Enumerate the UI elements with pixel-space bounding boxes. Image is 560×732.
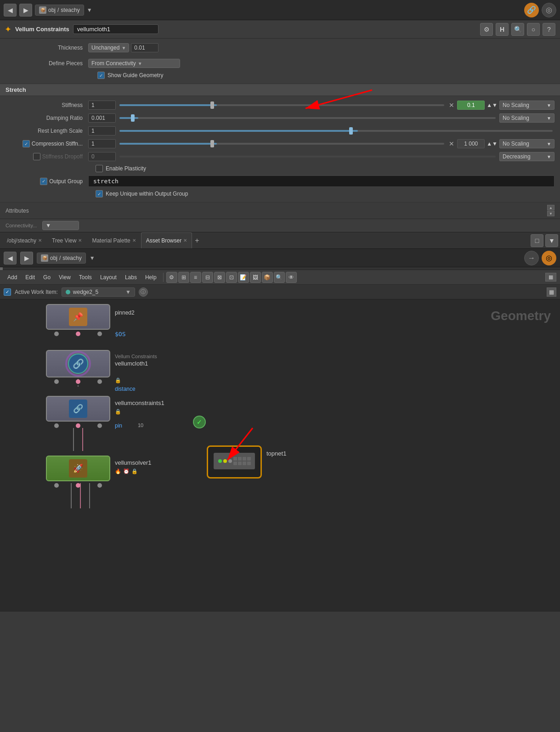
- stiffness-dropoff-checkbox[interactable]: [33, 153, 40, 160]
- circle-tool[interactable]: ○: [527, 23, 540, 36]
- compression-stiffness-scaling-dropdown[interactable]: No Scaling ▼: [499, 139, 554, 148]
- compression-stiffness-value-field[interactable]: 1 000: [457, 139, 485, 148]
- bottom-back-button[interactable]: ◀: [4, 252, 17, 265]
- vellumsolver1-icon-inner: 🚀: [73, 463, 83, 473]
- tab-add-button[interactable]: +: [192, 236, 202, 245]
- distance-label: distance: [115, 386, 136, 392]
- topnet1-node-box[interactable]: [207, 445, 262, 479]
- bottom-breadcrumb[interactable]: 📦 obj / steachy: [37, 253, 86, 264]
- active-work-item-checkbox[interactable]: ✓: [4, 288, 11, 296]
- question-tool[interactable]: ?: [543, 23, 555, 36]
- bottom-forward-button[interactable]: ▶: [20, 252, 33, 265]
- stiffness-scaling-dropdown[interactable]: No Scaling ▼: [499, 101, 554, 110]
- damping-ratio-num-field[interactable]: [88, 113, 116, 123]
- pinned2-node-container: 📌: [46, 304, 110, 336]
- menu-icon-4[interactable]: ⊟: [202, 272, 213, 283]
- node-name-field[interactable]: [73, 24, 158, 34]
- search-tool[interactable]: 🔍: [511, 23, 524, 36]
- stiffness-num-field[interactable]: [88, 101, 116, 110]
- tab-asset-browser-close[interactable]: ✕: [183, 238, 187, 243]
- enable-plasticity-checkbox[interactable]: [96, 165, 103, 172]
- partial-dropdown[interactable]: ▼: [42, 221, 79, 230]
- work-item-select[interactable]: wedge2_5 ▼: [62, 287, 135, 297]
- info-button[interactable]: ⓘ: [139, 287, 148, 297]
- gear-tool[interactable]: ⚙: [480, 23, 493, 36]
- compression-stiffness-x-button[interactable]: ✕: [448, 140, 455, 147]
- thickness-dropdown[interactable]: Unchanged ▼: [88, 43, 129, 52]
- menu-icon-eye[interactable]: 👁: [286, 272, 297, 283]
- stiffness-dropoff-num-field[interactable]: [88, 152, 116, 161]
- damping-ratio-scaling-dropdown[interactable]: No Scaling ▼: [499, 113, 554, 123]
- attr-scroll-up[interactable]: ▲: [547, 205, 554, 210]
- menu-icon-2[interactable]: ⊞: [178, 272, 189, 283]
- menu-icon-1[interactable]: ⚙: [166, 272, 177, 283]
- menu-icon-5[interactable]: ⊠: [214, 272, 225, 283]
- tab-obj-steachy-close[interactable]: ✕: [38, 238, 42, 243]
- bottom-nav-icon[interactable]: →: [524, 251, 539, 265]
- vellumsolver1-node-box[interactable]: 🚀: [46, 456, 110, 481]
- compression-stiffness-slider-track[interactable]: [119, 143, 444, 145]
- damping-ratio-thumb[interactable]: [131, 114, 135, 122]
- menu-icon-9[interactable]: 📦: [262, 272, 273, 283]
- compression-stiffness-up-down[interactable]: ▲▼: [486, 141, 498, 147]
- menu-icon-search[interactable]: 🔍: [274, 272, 285, 283]
- show-guide-checkbox[interactable]: ✓: [97, 72, 105, 79]
- stiffness-value-field[interactable]: 0.1: [457, 101, 485, 110]
- stiffness-dropoff-scaling-dropdown[interactable]: Decreasing ▼: [499, 152, 554, 161]
- attr-scroll-down[interactable]: ▼: [547, 211, 554, 216]
- tab-tree-view-close[interactable]: ✕: [78, 238, 82, 243]
- dark-icon-button[interactable]: ◎: [542, 3, 556, 17]
- stiffness-up-down[interactable]: ▲▼: [486, 102, 498, 108]
- tab-chevron-icon[interactable]: ▼: [545, 234, 558, 247]
- vellumcloth1-node-box[interactable]: 🔗: [46, 350, 110, 377]
- output-group-checkbox[interactable]: ✓: [40, 178, 47, 185]
- pinned2-conn-1: [54, 332, 59, 336]
- back-button[interactable]: ◀: [4, 4, 17, 17]
- menu-labs[interactable]: Labs: [121, 273, 141, 282]
- orange-icon-button[interactable]: 🔗: [524, 3, 539, 17]
- output-group-field[interactable]: [88, 175, 554, 187]
- stiffness-dropoff-slider-track[interactable]: [119, 156, 496, 158]
- forward-button[interactable]: ▶: [19, 4, 32, 17]
- define-pieces-dropdown[interactable]: From Connectivity ▼: [88, 59, 180, 68]
- compression-stiffness-num-field[interactable]: [88, 139, 116, 148]
- keep-unique-checkbox[interactable]: ✓: [96, 190, 103, 197]
- breadcrumb[interactable]: 📦 obj / steachy: [35, 5, 84, 16]
- rest-length-thumb[interactable]: [349, 127, 353, 135]
- menu-icon-3[interactable]: ≡: [190, 272, 201, 283]
- help-tool[interactable]: H: [496, 23, 509, 36]
- tab-material-palette-close[interactable]: ✕: [132, 238, 136, 243]
- menu-help[interactable]: Help: [141, 273, 160, 282]
- tab-tree-view[interactable]: Tree View ✕: [47, 232, 87, 248]
- compression-stiffness-thumb[interactable]: [210, 140, 214, 147]
- vellumsolver1-node-icon: 🚀: [69, 459, 87, 478]
- rest-length-slider-track[interactable]: [119, 130, 553, 132]
- thickness-num-field[interactable]: [131, 43, 158, 52]
- rest-length-scale-num-field[interactable]: [88, 126, 116, 135]
- menu-icon-7[interactable]: 📝: [238, 272, 249, 283]
- bottom-orange-button[interactable]: ◎: [542, 251, 556, 265]
- tab-asset-browser[interactable]: Asset Browser ✕: [141, 232, 192, 248]
- menu-go[interactable]: Go: [40, 273, 54, 282]
- stiffness-slider-track[interactable]: [119, 104, 444, 106]
- define-pieces-controls: From Connectivity ▼: [88, 59, 554, 68]
- pinned2-node-box[interactable]: 📌: [46, 304, 110, 330]
- vellumcloth1-conn-2: [76, 379, 80, 384]
- vellumconstraints1-node-box[interactable]: 🔗: [46, 396, 110, 422]
- vellumsolver1-text-label: vellumsolver1: [115, 459, 151, 466]
- stiffness-slider-thumb[interactable]: [210, 101, 214, 109]
- tab-square-icon[interactable]: □: [531, 234, 543, 247]
- tab-material-palette[interactable]: Material Palette ✕: [87, 232, 141, 248]
- compression-stiffness-checkbox[interactable]: ✓: [23, 140, 30, 147]
- stiffness-dropoff-row: Stiffness Dropoff Decreasing ▼: [6, 150, 554, 163]
- menu-icon-8[interactable]: 🖼: [250, 272, 261, 283]
- menu-tools[interactable]: Tools: [75, 273, 96, 282]
- menu-view[interactable]: View: [55, 273, 74, 282]
- menu-add[interactable]: Add: [4, 273, 21, 282]
- menu-layout[interactable]: Layout: [96, 273, 120, 282]
- menu-edit[interactable]: Edit: [22, 273, 39, 282]
- stiffness-x-button[interactable]: ✕: [448, 101, 455, 109]
- tab-obj-steachy[interactable]: /obj/steachy ✕: [2, 232, 47, 248]
- damping-ratio-slider-track[interactable]: [119, 117, 496, 119]
- menu-icon-6[interactable]: ⊡: [226, 272, 237, 283]
